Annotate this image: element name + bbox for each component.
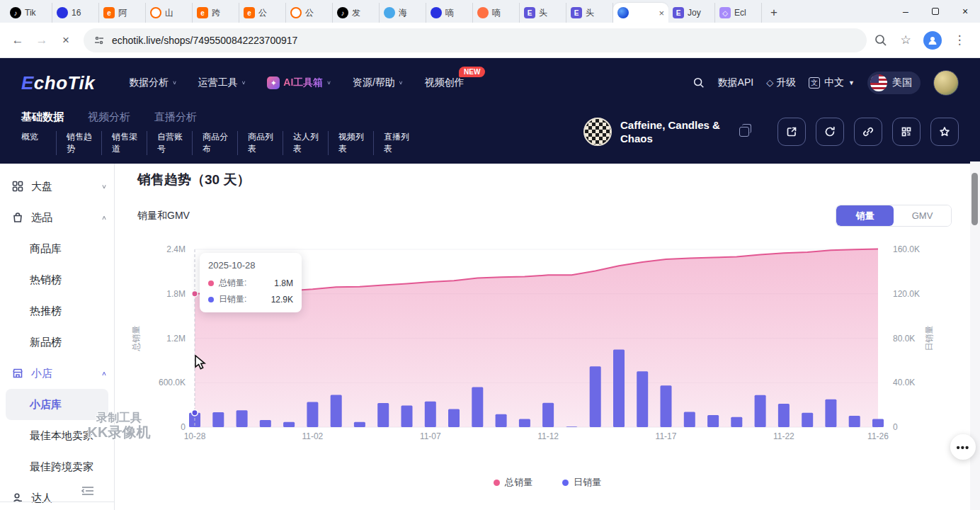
blue-circle-icon	[431, 7, 442, 18]
us-flag-icon	[870, 74, 887, 91]
section-menu-item[interactable]: 视频列表	[338, 131, 374, 155]
browser-profile-avatar[interactable]	[923, 31, 942, 50]
site-header: EchoTik 数据分析∨运营工具∨✦AI工具箱∨资源/帮助∨视频创作NEW 数…	[0, 58, 980, 164]
nav-item[interactable]: 视频创作NEW	[424, 76, 464, 89]
nav-item[interactable]: 数据分析∨	[129, 76, 177, 89]
nav-item[interactable]: 运营工具∨	[198, 76, 246, 89]
sidebar-item-选品[interactable]: 选品∧	[0, 202, 114, 233]
echotik-logo[interactable]: EchoTik	[21, 72, 95, 94]
stop-button[interactable]: ×	[55, 30, 76, 51]
e-purple-icon: E	[524, 7, 535, 18]
browser-tab[interactable]: e跨	[193, 3, 239, 23]
browser-tab[interactable]: e公	[239, 3, 286, 23]
browser-tab[interactable]: 海	[380, 3, 426, 23]
analysis-tab[interactable]: 直播分析	[154, 110, 197, 124]
sidebar-item-大盘[interactable]: 大盘∨	[0, 171, 114, 202]
sidebar-item-热销榜[interactable]: 热销榜	[0, 264, 114, 295]
collapse-sidebar-icon[interactable]	[81, 485, 94, 497]
site-settings-icon[interactable]	[93, 35, 105, 46]
section-menu-item[interactable]: 商品分布	[203, 131, 238, 155]
sidebar-item-最佳本地卖家[interactable]: 最佳本地卖家	[0, 420, 114, 451]
maximize-icon	[932, 8, 939, 15]
analysis-tab[interactable]: 视频分析	[88, 110, 130, 124]
browser-menu-icon[interactable]: ⋮	[949, 30, 970, 51]
sidebar-item-热推榜[interactable]: 热推榜	[0, 295, 114, 327]
section-menu-item[interactable]: 商品列表	[248, 131, 283, 155]
globe-icon	[617, 7, 629, 18]
scrollbar-thumb[interactable]	[972, 173, 978, 225]
browser-tab[interactable]: EJoy	[668, 3, 715, 23]
section-menu-item[interactable]: 直播列表	[384, 131, 419, 155]
tab-title: Ecl	[734, 8, 746, 18]
search-icon[interactable]	[693, 76, 705, 89]
forward-button[interactable]: →	[31, 30, 52, 51]
daily-sales-dot-icon	[208, 297, 214, 302]
shop-block: Caffeine, Candles & Chaos	[583, 118, 749, 146]
new-tab-button[interactable]: +	[762, 6, 786, 23]
legend-dot-icon	[562, 480, 569, 486]
nav-item[interactable]: 资源/帮助∨	[353, 76, 403, 89]
toggle-sales-button[interactable]: 销量	[836, 205, 894, 226]
star-button[interactable]	[930, 118, 959, 146]
upgrade-link[interactable]: ◇ 升级	[766, 76, 796, 89]
page-scrollbar[interactable]	[970, 162, 980, 510]
legend-item-日销量[interactable]: 日销量	[562, 476, 601, 489]
sidebar-item-小店库[interactable]: 小店库	[6, 389, 108, 420]
browser-tab[interactable]: 公	[286, 3, 333, 23]
copy-icon[interactable]	[739, 127, 749, 137]
sidebar-item-小店[interactable]: 小店∧	[0, 358, 114, 389]
analysis-tab[interactable]: 基础数据	[21, 110, 64, 124]
sidebar-footer-divider	[0, 502, 114, 502]
close-tab-icon[interactable]: ×	[659, 8, 664, 18]
sidebar-item-最佳跨境卖家[interactable]: 最佳跨境卖家	[0, 451, 114, 482]
svg-text:120.0K: 120.0K	[893, 289, 920, 299]
sales-trend-chart[interactable]: 0600.0K1.2M1.8M2.4M040.0K80.0K120.0K160.…	[115, 238, 980, 450]
browser-tab[interactable]: 嘀	[426, 3, 473, 23]
section-menu-item[interactable]: 自营账号	[157, 131, 193, 155]
sidebar-item-达人[interactable]: 达人	[0, 482, 114, 510]
data-api-link[interactable]: 数据API	[718, 76, 754, 89]
svg-text:日销量: 日销量	[924, 326, 934, 351]
browser-tab[interactable]: e阿	[99, 3, 146, 23]
toggle-gmv-button[interactable]: GMV	[894, 205, 951, 226]
user-avatar[interactable]	[933, 70, 959, 96]
country-selector[interactable]: 美国	[867, 72, 921, 94]
browser-tab[interactable]: ♪发	[333, 3, 380, 23]
nav-item[interactable]: ✦AI工具箱∨	[267, 76, 331, 89]
browser-tab[interactable]: 山	[146, 3, 193, 23]
back-button[interactable]: ←	[7, 30, 28, 51]
chevron-down-icon: ∨	[399, 80, 404, 86]
chart-subtitle: 销量和GMV	[137, 210, 190, 222]
browser-tab[interactable]: ♪Tik	[6, 3, 52, 23]
legend-item-总销量[interactable]: 总销量	[494, 476, 532, 489]
tab-title: 头	[586, 7, 594, 19]
url-text[interactable]: echotik.live/shops/7495500842223700917	[112, 35, 297, 46]
more-actions-fab[interactable]: •••	[950, 434, 976, 460]
external-link-button[interactable]	[777, 118, 806, 146]
qr-grid-button[interactable]	[892, 118, 921, 146]
link-icon	[862, 125, 874, 138]
section-menu-item[interactable]: 销售渠道	[112, 131, 147, 155]
sidebar-item-label: 热销榜	[30, 273, 62, 287]
browser-tab[interactable]: 16	[52, 3, 99, 23]
section-menu-item[interactable]: 概览	[21, 131, 57, 155]
browser-tab[interactable]: E头	[566, 3, 613, 23]
sidebar-item-新品榜[interactable]: 新品榜	[0, 327, 114, 358]
zoom-icon[interactable]	[874, 33, 888, 47]
browser-tab[interactable]: E头	[520, 3, 566, 23]
chevron-down-icon: ∨	[326, 80, 331, 86]
language-selector[interactable]: 文 中文▼	[809, 76, 855, 89]
browser-tab-active[interactable]: ×	[613, 3, 668, 23]
section-menu-item[interactable]: 达人列表	[293, 131, 329, 155]
refresh-button[interactable]	[816, 118, 844, 146]
browser-tab[interactable]: 嘀	[473, 3, 520, 23]
section-menu-item[interactable]: 销售趋势	[67, 131, 102, 155]
close-window-button[interactable]: ×	[950, 0, 980, 23]
browser-tab[interactable]: ◇Ecl	[715, 3, 762, 23]
sidebar-item-商品库[interactable]: 商品库	[0, 233, 114, 264]
address-bar[interactable]: echotik.live/shops/7495500842223700917	[84, 28, 867, 52]
link-button[interactable]	[854, 118, 882, 146]
maximize-button[interactable]	[921, 0, 950, 23]
minimize-button[interactable]: –	[891, 0, 921, 23]
bookmark-star-icon[interactable]: ☆	[895, 30, 916, 51]
